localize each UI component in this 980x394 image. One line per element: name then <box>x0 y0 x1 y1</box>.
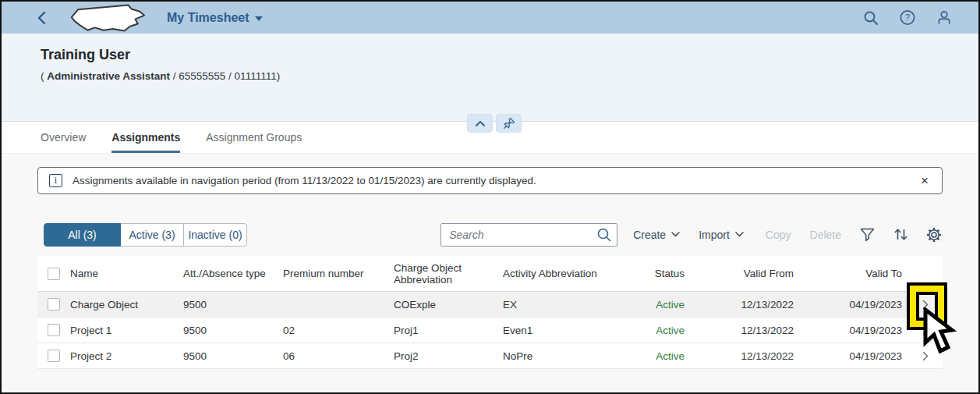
top-navigation-bar: My Timesheet ? <box>2 2 978 34</box>
col-att-absence-type: Att./Absence type <box>183 268 283 279</box>
table-header-row: Name Att./Absence type Premium number Ch… <box>37 256 943 292</box>
import-label: Import <box>699 229 730 241</box>
create-label: Create <box>633 229 666 241</box>
profile-icon[interactable] <box>936 10 952 26</box>
cell-name: Project 1 <box>70 325 183 336</box>
col-activity-abbreviation: Activity Abbreviation <box>503 268 616 279</box>
cell-premium: 02 <box>283 325 394 336</box>
assignments-table: Name Att./Absence type Premium number Ch… <box>37 256 943 369</box>
filter-active-button[interactable]: Active (3) <box>120 223 184 247</box>
filter-icon[interactable] <box>858 226 876 243</box>
col-valid-to: Valid To <box>800 268 908 279</box>
subtitle-role: Administrative Assistant <box>47 70 170 82</box>
search-icon[interactable] <box>863 10 879 26</box>
info-icon: i <box>49 174 62 187</box>
col-name: Name <box>70 268 183 279</box>
row-chevron-icon[interactable] <box>908 300 943 310</box>
select-all-checkbox[interactable] <box>48 268 60 280</box>
tab-overview[interactable]: Overview <box>41 122 86 153</box>
col-status: Status <box>616 268 691 279</box>
cell-att-type: 9500 <box>183 299 283 311</box>
cell-charge-abbr: Proj1 <box>394 325 503 336</box>
tab-assignments[interactable]: Assignments <box>111 122 180 153</box>
settings-gear-icon[interactable] <box>925 226 943 243</box>
col-valid-from: Valid From <box>691 268 800 279</box>
pin-header-button[interactable] <box>496 114 522 133</box>
delete-button[interactable]: Delete <box>810 229 841 241</box>
search-field-wrap <box>440 223 617 247</box>
sort-icon[interactable] <box>892 226 909 243</box>
subtitle-prefix: ( <box>41 70 47 82</box>
col-premium-number: Premium number <box>283 268 394 279</box>
filter-inactive-button[interactable]: Inactive (0) <box>183 223 247 247</box>
create-button[interactable]: Create <box>633 229 680 241</box>
table-row-project-1[interactable]: Project 1 9500 02 Proj1 Even1 Active 12/… <box>37 318 943 343</box>
table-row-project-2[interactable]: Project 2 9500 06 Proj2 NoPre Active 12/… <box>37 343 943 369</box>
copy-button[interactable]: Copy <box>766 229 791 241</box>
filter-all-button[interactable]: All (3) <box>44 223 121 247</box>
page-subtitle: ( Administrative Assistant / 65555555 / … <box>41 70 978 82</box>
cell-premium: 06 <box>283 350 394 362</box>
row-select-cell <box>37 350 70 362</box>
search-input[interactable] <box>440 223 617 247</box>
row-chevron-icon[interactable] <box>908 351 943 361</box>
row-chevron-icon[interactable] <box>908 325 943 335</box>
status-badge: Active <box>616 299 691 311</box>
chevron-down-icon <box>735 232 744 237</box>
close-icon[interactable]: × <box>918 172 932 189</box>
import-button[interactable]: Import <box>699 229 744 241</box>
row-checkbox[interactable] <box>48 350 60 362</box>
topbar-actions: ? <box>863 10 952 26</box>
info-message-strip: i Assignments available in navigation pe… <box>37 167 943 194</box>
status-filter-segmented-buttons: All (3) Active (3) Inactive (0) <box>44 223 247 247</box>
subtitle-ids: / 65555555 / 01111111) <box>170 70 280 82</box>
search-icon[interactable] <box>596 227 612 243</box>
back-icon[interactable] <box>33 9 50 27</box>
cell-charge-abbr: COExple <box>394 299 503 311</box>
cell-valid-from: 12/13/2022 <box>691 299 800 311</box>
collapse-header-button[interactable] <box>467 114 493 133</box>
cell-activity-abbr: NoPre <box>503 350 616 362</box>
app-title-dropdown[interactable]: My Timesheet <box>167 11 263 25</box>
chevron-down-icon <box>671 232 680 237</box>
cell-valid-from: 12/13/2022 <box>691 325 800 336</box>
table-toolbar: All (3) Active (3) Inactive (0) Create I… <box>37 222 943 247</box>
status-badge: Active <box>616 325 691 336</box>
select-all-cell <box>37 268 70 280</box>
help-icon[interactable]: ? <box>900 10 915 26</box>
cell-charge-abbr: Proj2 <box>394 350 503 362</box>
row-select-cell <box>37 298 70 311</box>
my-timesheet-app-window: My Timesheet ? Training User ( Administr… <box>0 0 980 394</box>
cell-valid-to: 04/19/2023 <box>800 299 908 311</box>
app-title-label: My Timesheet <box>167 11 249 25</box>
info-message-text: Assignments available in navigation peri… <box>73 175 536 186</box>
cell-name: Project 2 <box>70 350 183 362</box>
assignments-tab-content: i Assignments available in navigation pe… <box>2 154 978 392</box>
cell-valid-from: 12/13/2022 <box>691 350 800 362</box>
table-row-charge-object[interactable]: Charge Object 9500 COExple EX Active 12/… <box>37 292 943 318</box>
svg-text:?: ? <box>905 12 910 22</box>
cell-valid-to: 04/19/2023 <box>800 350 908 362</box>
header-collapse-pin-buttons <box>467 114 522 133</box>
object-page-header: Training User ( Administrative Assistant… <box>2 34 978 122</box>
chevron-down-icon <box>255 16 263 21</box>
cell-att-type: 9500 <box>183 325 283 336</box>
row-checkbox[interactable] <box>48 324 60 336</box>
row-checkbox[interactable] <box>48 298 60 311</box>
cell-activity-abbr: EX <box>503 299 616 311</box>
nc-state-logo <box>65 3 150 33</box>
tab-assignment-groups[interactable]: Assignment Groups <box>206 122 302 153</box>
cell-activity-abbr: Even1 <box>503 325 616 336</box>
col-charge-object-abbreviation: Charge Object Abbreviation <box>394 262 503 286</box>
page-title: Training User <box>41 47 978 63</box>
status-badge: Active <box>616 350 691 362</box>
cell-name: Charge Object <box>70 299 183 311</box>
cell-att-type: 9500 <box>183 350 283 362</box>
row-select-cell <box>37 324 70 336</box>
cell-valid-to: 04/19/2023 <box>800 325 908 336</box>
